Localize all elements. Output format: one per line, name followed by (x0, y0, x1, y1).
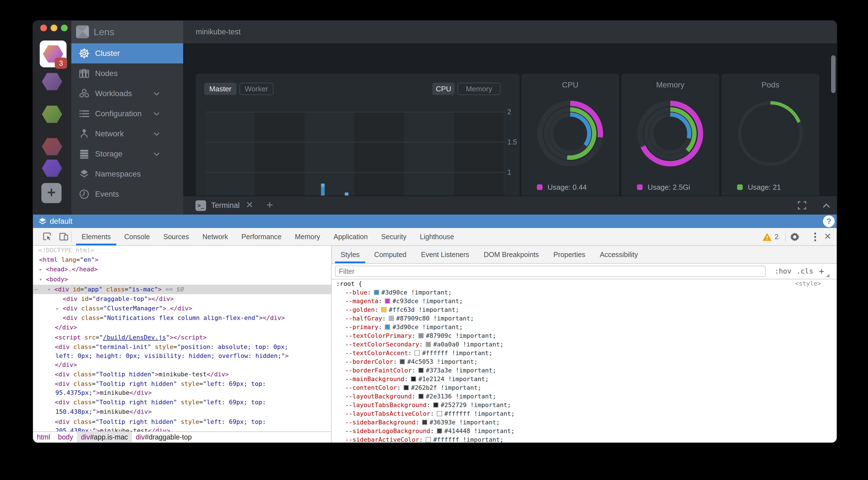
dom-tree-row[interactable]: ▾<body> (33, 275, 331, 284)
macos-zoom-button[interactable] (61, 25, 68, 31)
color-swatch[interactable] (385, 324, 390, 330)
toggle-hover-state-button[interactable]: :hov (775, 264, 792, 279)
color-swatch[interactable] (400, 359, 405, 364)
metrics-scrollbar[interactable] (831, 55, 836, 93)
styles-tab-accessibility[interactable]: Accessibility (593, 246, 645, 263)
collapsed-arrow-icon[interactable]: ▸ (39, 265, 42, 274)
dock-collapse-chevron-icon[interactable] (822, 201, 831, 210)
css-variable-row[interactable]: --halfGray:#87909c80 !important; (332, 314, 837, 323)
device-toolbar-icon[interactable] (59, 232, 69, 242)
cluster-violet-avatar[interactable] (42, 159, 62, 177)
cluster-red-avatar[interactable] (42, 138, 62, 156)
styles-tab-properties[interactable]: Properties (546, 246, 593, 263)
dom-tree-row[interactable]: ▸<div class="ClusterManager">…</div> (33, 304, 331, 313)
color-swatch[interactable] (437, 411, 442, 416)
chevron-down-icon[interactable] (153, 110, 160, 117)
sidebar-item-events[interactable]: Events (71, 184, 183, 204)
dom-tree-row[interactable]: 150.438px;">minikube</div> (33, 407, 331, 417)
cluster-green-avatar[interactable] (42, 105, 62, 123)
sidebar-item-network[interactable]: Network (71, 124, 183, 144)
css-variable-row[interactable]: --sidebarLogoBackground:#414448 !importa… (332, 426, 837, 435)
tab-node-master[interactable]: Master (204, 83, 237, 95)
devtools-tab-network[interactable]: Network (196, 228, 235, 245)
css-variable-row[interactable]: --sidebarActiveColor:#ffffff !important; (332, 435, 837, 443)
color-swatch[interactable] (422, 420, 427, 425)
styles-tab-computed[interactable]: Computed (367, 246, 413, 263)
tab-metric-memory[interactable]: Memory (458, 83, 501, 95)
color-swatch[interactable] (433, 402, 438, 408)
css-variable-row[interactable]: --sidebarBackground:#36393e !important; (332, 418, 837, 426)
dom-tree-row[interactable]: </div> (33, 323, 331, 332)
css-variable-row[interactable]: --magenta:#c93dce !important; (332, 297, 837, 305)
dom-tree-row[interactable]: <html lang="en"> (33, 255, 331, 265)
color-swatch[interactable] (411, 376, 416, 382)
dom-tree-row[interactable]: left: 0px; height: 0px; visibility: hidd… (33, 351, 331, 361)
breadcrumb-div#app.is-mac[interactable]: div#app.is-mac (77, 432, 132, 443)
help-button[interactable]: ? (823, 215, 835, 227)
css-variable-row[interactable]: --primary:#3d90ce !important; (332, 323, 837, 331)
css-variable-row[interactable]: --contentColor:#262b2f !important; (332, 383, 837, 392)
color-swatch[interactable] (418, 333, 424, 338)
chevron-down-icon[interactable] (153, 150, 160, 158)
color-swatch[interactable] (385, 298, 390, 304)
css-variable-row[interactable]: --layoutBackground:#2e3136 !important; (332, 392, 837, 401)
css-variable-row[interactable]: --golden:#ffc63d !important; (332, 305, 837, 314)
breadcrumb-body[interactable]: body (54, 432, 77, 443)
expanded-arrow-icon[interactable]: ▾ (48, 285, 51, 294)
dom-tree-row[interactable]: </div> (33, 360, 331, 370)
sidebar-item-configuration[interactable]: Configuration (71, 104, 183, 124)
settings-gear-icon[interactable] (790, 232, 800, 242)
tab-metric-cpu[interactable]: CPU (432, 83, 455, 95)
devtools-close-icon[interactable]: × (825, 228, 831, 245)
dom-tree-row[interactable]: <div class="Tooltip hidden">minikube-tes… (33, 370, 331, 379)
dom-tree-row[interactable]: <div class="Tooltip right hidden" style=… (33, 398, 331, 407)
collapsed-arrow-icon[interactable]: ▸ (56, 304, 59, 313)
dom-tree-row[interactable]: 95.4375px;">minikube</div> (33, 388, 331, 398)
dom-tree-row[interactable]: <script src="/build/LensDev.js"></script… (33, 333, 331, 342)
dom-tree-row[interactable]: <div class="terminal-init" style="positi… (33, 342, 331, 352)
chevron-down-icon[interactable] (153, 90, 160, 98)
devtools-tab-elements[interactable]: Elements (75, 228, 118, 245)
dom-tree-row-selected[interactable]: ⋯▾<div id="app" class="is-mac"> == $0 (33, 285, 331, 294)
styles-filter-input[interactable]: Filter (335, 266, 766, 277)
sidebar-item-namespaces[interactable]: Namespaces (71, 164, 183, 184)
css-variable-row[interactable]: --borderFaintColor:#373a3e !important; (332, 366, 837, 375)
dom-tree-row[interactable]: <div id="draggable-top"></div> (33, 294, 331, 304)
cluster-purple-avatar[interactable] (42, 73, 62, 91)
dock-fullscreen-icon[interactable] (797, 201, 807, 210)
dom-tree-row[interactable]: <div class="Tooltip right hidden" style=… (33, 379, 331, 389)
styles-tab-event-listeners[interactable]: Event Listeners (413, 246, 476, 263)
terminal-tab-close-icon[interactable]: ✕ (246, 196, 253, 214)
chevron-down-icon[interactable] (153, 131, 160, 138)
css-variable-row[interactable]: --borderColor:#4c5053 !important; (332, 357, 837, 366)
color-swatch[interactable] (381, 307, 386, 312)
add-cluster-button[interactable]: + (41, 183, 62, 203)
devtools-tab-sources[interactable]: Sources (157, 228, 196, 245)
sidebar-item-storage[interactable]: Storage (71, 144, 183, 164)
css-variable-row[interactable]: --mainBackground:#1e2124 !important; (332, 375, 837, 383)
css-variable-row[interactable]: --textColorSecondary:#a0a0a0 !important; (332, 340, 837, 349)
dom-tree-row[interactable]: <!DOCTYPE html> (33, 246, 331, 255)
toggle-class-button[interactable]: .cls (797, 264, 813, 279)
devtools-tab-lighthouse[interactable]: Lighthouse (413, 228, 461, 245)
color-swatch[interactable] (426, 342, 431, 347)
color-swatch[interactable] (404, 385, 409, 390)
devtools-tab-application[interactable]: Application (327, 228, 374, 245)
color-swatch[interactable] (389, 316, 394, 321)
active-namespace-label[interactable]: default (50, 214, 72, 228)
css-variable-row[interactable]: --layoutTabsActiveColor:#ffffff !importa… (332, 409, 837, 418)
expanded-arrow-icon[interactable]: ▾ (39, 275, 42, 284)
breadcrumb-div#draggable-top[interactable]: div#draggable-top (132, 432, 196, 443)
css-variable-row[interactable]: --textColorAccent:#ffffff !important; (332, 349, 837, 357)
devtools-tab-console[interactable]: Console (118, 228, 157, 245)
terminal-tab[interactable]: Terminal (211, 196, 240, 214)
new-style-rule-button[interactable]: + (819, 264, 824, 279)
sidebar-item-cluster[interactable]: Cluster (71, 43, 183, 63)
dom-tree-row[interactable]: ▸<head>…</head> (33, 265, 331, 274)
more-actions-icon[interactable]: ⋯ (34, 285, 37, 294)
devtools-menu-dots-icon[interactable] (813, 232, 817, 242)
css-variable-row[interactable]: --blue:#3d90ce !important; (332, 288, 837, 297)
color-swatch[interactable] (437, 428, 442, 434)
css-variable-row[interactable]: --textColorPrimary:#87909c !important; (332, 331, 837, 340)
css-rule-selector[interactable]: :root { (332, 279, 837, 288)
